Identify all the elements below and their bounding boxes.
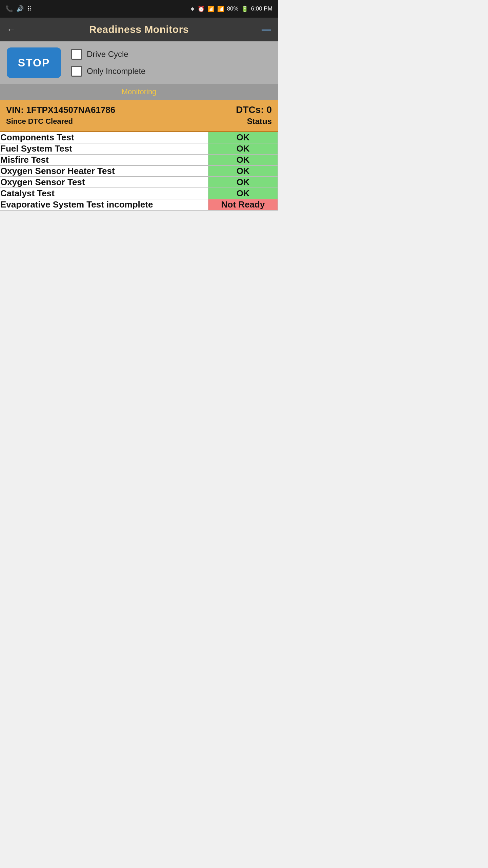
test-status-cell: OK bbox=[208, 165, 278, 177]
back-button[interactable]: ← bbox=[7, 24, 16, 35]
test-status-cell: OK bbox=[208, 143, 278, 154]
test-status-cell: Not Ready bbox=[208, 199, 278, 210]
table-row: Oxygen Sensor Heater TestOK bbox=[0, 165, 278, 177]
battery-icon: 🔋 bbox=[241, 5, 248, 13]
drive-cycle-checkbox[interactable] bbox=[71, 49, 82, 60]
bluetooth-icon: ∗ bbox=[190, 5, 195, 13]
table-row: Components TestOK bbox=[0, 132, 278, 143]
test-name-cell: Misfire Test bbox=[0, 154, 208, 165]
monitoring-label: Monitoring bbox=[122, 87, 157, 96]
only-incomplete-label: Only Incomplete bbox=[87, 66, 145, 76]
time-display: 6:00 PM bbox=[251, 5, 272, 12]
dtc-count: DTCs: 0 bbox=[236, 104, 272, 115]
table-row: Oxygen Sensor TestOK bbox=[0, 177, 278, 188]
alarm-icon: ⏰ bbox=[198, 5, 205, 13]
test-name-cell: Components Test bbox=[0, 132, 208, 143]
status-left-icons: 📞 🔊 ⠿ bbox=[5, 5, 32, 13]
controls-area: STOP Drive Cycle Only Incomplete bbox=[0, 41, 278, 84]
headset-icon: 🔊 bbox=[16, 5, 24, 13]
status-column-label: Status bbox=[247, 117, 272, 126]
vin-dtc-row: VIN: 1FTPX14507NA61786 DTCs: 0 bbox=[6, 104, 272, 115]
monitor-table: Components TestOKFuel System TestOKMisfi… bbox=[0, 132, 278, 211]
vin-header: VIN: 1FTPX14507NA61786 DTCs: 0 Since DTC… bbox=[0, 100, 278, 132]
app-header: ← Readiness Monitors — bbox=[0, 18, 278, 41]
since-status-row: Since DTC Cleared Status bbox=[6, 117, 272, 126]
page-title: Readiness Monitors bbox=[89, 24, 189, 35]
table-row: Evaporative System Test incompleteNot Re… bbox=[0, 199, 278, 210]
test-name-cell: Evaporative System Test incomplete bbox=[0, 199, 208, 210]
drive-cycle-label: Drive Cycle bbox=[87, 50, 128, 59]
test-name-cell: Catalyst Test bbox=[0, 188, 208, 199]
test-name-cell: Oxygen Sensor Test bbox=[0, 177, 208, 188]
only-incomplete-checkbox[interactable] bbox=[71, 66, 82, 77]
apps-icon: ⠿ bbox=[27, 5, 32, 13]
since-dtc-cleared: Since DTC Cleared bbox=[6, 117, 73, 126]
signal-icon: 📶 bbox=[217, 5, 224, 13]
vin-number: VIN: 1FTPX14507NA61786 bbox=[6, 105, 115, 115]
drive-cycle-checkbox-item[interactable]: Drive Cycle bbox=[71, 49, 145, 60]
table-row: Catalyst TestOK bbox=[0, 188, 278, 199]
voicemail-icon: 📞 bbox=[5, 5, 13, 13]
test-name-cell: Fuel System Test bbox=[0, 143, 208, 154]
only-incomplete-checkbox-item[interactable]: Only Incomplete bbox=[71, 66, 145, 77]
table-row: Misfire TestOK bbox=[0, 154, 278, 165]
status-bar: 📞 🔊 ⠿ ∗ ⏰ 📶 📶 80% 🔋 6:00 PM bbox=[0, 0, 278, 18]
test-name-cell: Oxygen Sensor Heater Test bbox=[0, 165, 208, 177]
test-status-cell: OK bbox=[208, 132, 278, 143]
table-row: Fuel System TestOK bbox=[0, 143, 278, 154]
checkbox-group: Drive Cycle Only Incomplete bbox=[71, 49, 145, 77]
wifi-icon: 📶 bbox=[207, 5, 215, 13]
monitoring-bar: Monitoring bbox=[0, 84, 278, 100]
test-status-cell: OK bbox=[208, 154, 278, 165]
test-status-cell: OK bbox=[208, 188, 278, 199]
stop-button[interactable]: STOP bbox=[7, 47, 61, 78]
test-status-cell: OK bbox=[208, 177, 278, 188]
minimize-button[interactable]: — bbox=[262, 25, 271, 34]
footer-space bbox=[0, 211, 278, 224]
battery-percent: 80% bbox=[227, 5, 239, 12]
status-right-icons: ∗ ⏰ 📶 📶 80% 🔋 6:00 PM bbox=[190, 5, 272, 13]
